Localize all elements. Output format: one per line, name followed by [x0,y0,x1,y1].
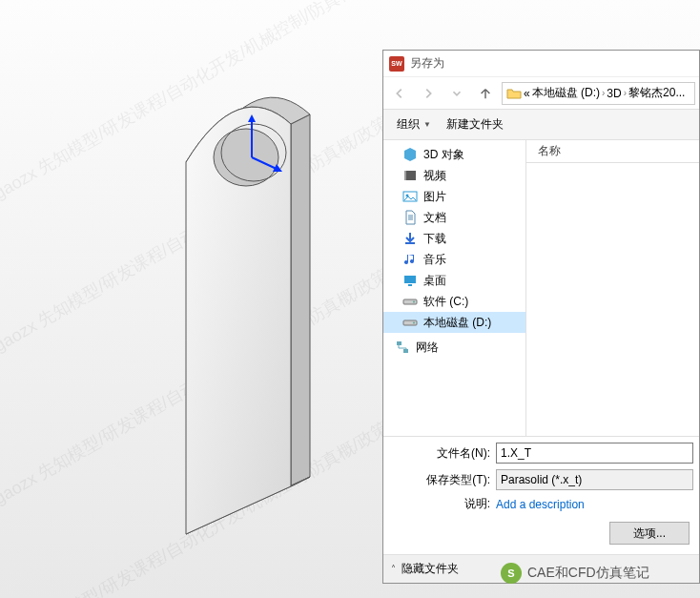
tree-item-doc[interactable]: 文档 [383,207,525,228]
svg-point-0 [214,129,278,186]
breadcrumb-part[interactable]: 本地磁盘 (D:) [532,85,600,101]
desktop-icon [402,273,418,288]
app-icon: SW [389,56,404,72]
tree-item-label: 网络 [416,340,439,356]
wechat-logo-icon: S [501,563,522,584]
tree-item-label: 图片 [423,189,446,205]
tree-item-network[interactable]: 网络 [383,337,525,358]
download-icon [402,231,418,246]
tree-item-download[interactable]: 下载 [383,228,525,249]
description-label: 说明: [389,496,496,512]
address-bar[interactable]: « 本地磁盘 (D:)› 3D› 黎铭杰20... [502,82,695,105]
tree-item-label: 下载 [423,231,446,247]
filename-input[interactable] [496,443,693,464]
tree-item-label: 文档 [423,210,446,226]
svg-point-13 [413,301,415,303]
tree-item-disk[interactable]: 本地磁盘 (D:) [383,312,525,333]
nav-tree[interactable]: 3D 对象视频图片文档下载音乐桌面软件 (C:)本地磁盘 (D:)网络 [383,140,526,436]
nav-forward-button[interactable] [416,81,441,106]
tree-item-cube[interactable]: 3D 对象 [383,144,525,165]
tree-item-disk[interactable]: 软件 (C:) [383,291,525,312]
cube-icon [402,147,418,162]
caption-text: CAE和CFD仿真笔记 [527,565,649,582]
breadcrumb-part[interactable]: 3D [607,87,621,100]
options-button[interactable]: 选项... [609,522,690,545]
file-list-pane[interactable]: 名称 [526,140,699,436]
tree-item-desktop[interactable]: 桌面 [383,270,525,291]
music-icon [402,252,418,267]
save-as-dialog: SW 另存为 « 本地磁盘 (D:)› 3D› 黎铭杰20... 组织▼ 新建文… [382,50,700,584]
dialog-title: 另存为 [410,55,444,72]
breadcrumb-part[interactable]: 黎铭杰20... [628,85,685,101]
organize-button[interactable]: 组织▼ [391,113,437,135]
svg-rect-16 [397,341,401,345]
svg-rect-17 [403,349,408,353]
tree-item-label: 本地磁盘 (D:) [423,315,491,331]
svg-rect-10 [404,276,416,283]
new-folder-button[interactable]: 新建文件夹 [441,113,509,135]
nav-recent-dropdown[interactable] [444,81,469,106]
column-header-name[interactable]: 名称 [526,140,699,163]
nav-back-button[interactable] [387,81,412,106]
nav-up-button[interactable] [473,81,498,106]
tree-item-label: 3D 对象 [423,147,464,163]
svg-rect-11 [408,284,412,286]
svg-rect-7 [404,171,406,180]
tree-item-label: 桌面 [423,273,446,289]
image-icon [402,189,418,204]
filetype-label: 保存类型(T): [389,472,496,488]
folder-icon [506,86,522,101]
tree-item-music[interactable]: 音乐 [383,249,525,270]
disk-icon [402,315,418,330]
chevron-right-icon: › [624,88,627,98]
tree-item-image[interactable]: 图片 [383,186,525,207]
save-controls: 文件名(N): 保存类型(T): Parasolid (*.x_t) 说明: A… [383,436,699,554]
chevron-up-icon: ˄ [391,564,396,574]
nav-bar: « 本地磁盘 (D:)› 3D› 黎铭杰20... [383,77,699,110]
disk-icon [402,294,418,309]
tree-item-label: 软件 (C:) [423,294,468,310]
doc-icon [402,210,418,225]
network-icon [395,340,410,355]
toolbar: 组织▼ 新建文件夹 [383,110,699,140]
filetype-combo[interactable]: Parasolid (*.x_t) [496,469,693,490]
titlebar[interactable]: SW 另存为 [383,51,699,77]
tree-item-label: 视频 [423,168,446,184]
tree-item-film[interactable]: 视频 [383,165,525,186]
article-caption: S CAE和CFD仿真笔记 [501,563,649,584]
cad-model-viewport[interactable] [124,67,372,544]
add-description-link[interactable]: Add a description [496,498,585,511]
filename-label: 文件名(N): [389,445,496,462]
chevron-down-icon: ▼ [423,120,431,129]
svg-point-15 [413,322,415,324]
chevron-right-icon: › [602,88,605,98]
film-icon [402,168,418,183]
breadcrumb[interactable]: « 本地磁盘 (D:)› 3D› 黎铭杰20... [524,85,685,101]
tree-item-label: 音乐 [423,252,446,268]
breadcrumb-prefix: « [524,87,530,100]
hide-folders-button[interactable]: 隐藏文件夹 [401,561,459,577]
